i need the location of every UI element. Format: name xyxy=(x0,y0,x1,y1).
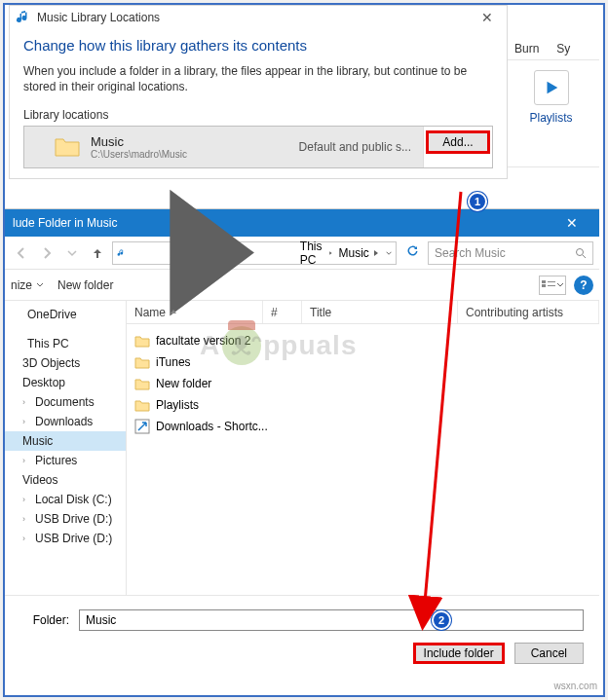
chevron-down-icon xyxy=(36,281,44,289)
toolbar: nize New folder ? xyxy=(5,270,599,301)
close-icon[interactable]: ✕ xyxy=(474,10,501,25)
col-name[interactable]: Name xyxy=(134,306,166,319)
background-panel: Burn Sy Playlists xyxy=(502,38,599,167)
music-note-icon xyxy=(117,246,126,260)
tree-usb-drive-d-1[interactable]: ›USB Drive (D:) xyxy=(5,509,126,529)
nav-row: This PC Music Search Music xyxy=(5,237,599,270)
burn-tab[interactable]: Burn xyxy=(514,42,539,55)
tree-3d-objects[interactable]: 3D Objects xyxy=(5,353,126,373)
refresh-button[interactable] xyxy=(400,244,424,262)
col-title[interactable]: Title xyxy=(302,301,458,323)
tree-downloads[interactable]: ›Downloads xyxy=(5,412,126,431)
library-locations-dialog: Music Library Locations ✕ Change how thi… xyxy=(9,5,508,179)
chevron-down-icon xyxy=(556,281,564,289)
col-contributing-artists[interactable]: Contributing artists xyxy=(458,301,599,323)
tree-onedrive[interactable]: OneDrive xyxy=(5,305,126,324)
annotation-badge-2: 2 xyxy=(432,610,451,630)
help-icon[interactable]: ? xyxy=(574,276,593,295)
folder-icon xyxy=(134,334,150,348)
sync-tab-partial[interactable]: Sy xyxy=(556,42,570,55)
dialog2-title: lude Folder in Music xyxy=(13,216,117,230)
shortcut-icon xyxy=(134,419,150,434)
library-path: C:\Users\madro\Music xyxy=(91,149,187,160)
svg-point-1 xyxy=(577,248,584,255)
tree-videos[interactable]: Videos xyxy=(5,470,126,490)
nav-tree[interactable]: OneDrive This PC 3D Objects Desktop ›Doc… xyxy=(5,301,127,595)
column-headers[interactable]: Name # Title Contributing artists xyxy=(127,301,599,324)
file-row[interactable]: facultate version 2 xyxy=(127,330,599,351)
breadcrumb[interactable]: This PC Music xyxy=(112,241,397,265)
folder-icon xyxy=(54,134,81,160)
file-list-pane: Name # Title Contributing artists facult… xyxy=(127,301,599,595)
cancel-button[interactable]: Cancel xyxy=(514,643,584,664)
library-name: Music xyxy=(91,134,187,149)
playlist-icon xyxy=(534,70,569,105)
search-icon xyxy=(575,247,587,259)
source-watermark: wsxn.com xyxy=(554,681,597,691)
watermark-face-icon: ᵔᴥᵔ xyxy=(222,326,261,365)
col-track-number[interactable]: # xyxy=(263,301,302,323)
svg-line-2 xyxy=(583,255,586,258)
svg-rect-4 xyxy=(542,284,546,287)
file-row[interactable]: iTunes xyxy=(127,351,599,373)
sort-asc-icon xyxy=(170,309,177,316)
include-folder-button[interactable]: Include folder xyxy=(413,643,505,664)
file-row[interactable]: Playlists xyxy=(127,394,599,416)
watermark: A ᵔᴥᵔ ppuals xyxy=(200,326,357,365)
tree-pictures[interactable]: ›Pictures xyxy=(5,451,126,470)
dialog2-footer: Folder: Include folder Cancel xyxy=(5,595,599,674)
crumb-music[interactable]: Music xyxy=(337,246,382,260)
crumb-dropdown-icon[interactable] xyxy=(386,248,392,258)
dialog1-heading: Change how this library gathers its cont… xyxy=(10,29,507,54)
svg-marker-0 xyxy=(547,82,557,94)
tree-local-disk-c[interactable]: ›Local Disk (C:) xyxy=(5,490,126,509)
folder-icon xyxy=(134,355,150,369)
organize-menu[interactable]: nize xyxy=(11,278,44,292)
crumb-this-pc[interactable]: This PC xyxy=(298,239,335,267)
file-row[interactable]: Downloads - Shortc... xyxy=(127,416,599,437)
annotation-badge-1: 1 xyxy=(468,192,487,211)
file-row[interactable]: New folder xyxy=(127,373,599,394)
folder-name-input[interactable] xyxy=(79,609,584,631)
dialog1-description: When you include a folder in a library, … xyxy=(10,54,507,94)
svg-rect-3 xyxy=(542,280,546,283)
include-folder-dialog: lude Folder in Music ✕ This PC Music Sea… xyxy=(5,208,599,691)
dialog2-close-icon[interactable]: ✕ xyxy=(552,215,591,231)
dialog1-title: Music Library Locations xyxy=(37,11,474,24)
tree-music[interactable]: Music xyxy=(5,431,126,451)
nav-recent-dropdown[interactable] xyxy=(61,242,83,264)
nav-up-button[interactable] xyxy=(87,242,108,264)
playlists-label[interactable]: Playlists xyxy=(511,111,591,125)
nav-back-button[interactable] xyxy=(11,242,32,264)
folder-icon xyxy=(134,398,150,412)
library-locations-list: Music C:\Users\madro\Music Default and p… xyxy=(23,126,493,168)
library-locations-label: Library locations xyxy=(10,94,507,122)
folder-icon xyxy=(134,377,150,390)
tree-documents[interactable]: ›Documents xyxy=(5,392,126,412)
library-default-note: Default and public s... xyxy=(299,140,411,154)
folder-field-label: Folder: xyxy=(20,613,69,627)
library-row-music[interactable]: Music C:\Users\madro\Music Default and p… xyxy=(24,127,424,167)
search-placeholder: Search Music xyxy=(435,246,506,260)
tree-desktop[interactable]: Desktop xyxy=(5,373,126,392)
tree-usb-drive-d-2[interactable]: ›USB Drive (D:) xyxy=(5,529,126,548)
nav-forward-button[interactable] xyxy=(36,242,57,264)
add-button[interactable]: Add... xyxy=(426,130,489,154)
svg-rect-5 xyxy=(548,281,555,282)
new-folder-button[interactable]: New folder xyxy=(57,278,113,292)
svg-rect-6 xyxy=(548,285,555,286)
music-note-icon xyxy=(16,10,31,25)
view-options-button[interactable] xyxy=(539,276,566,295)
tree-this-pc[interactable]: This PC xyxy=(5,334,126,353)
search-input[interactable]: Search Music xyxy=(428,241,593,265)
